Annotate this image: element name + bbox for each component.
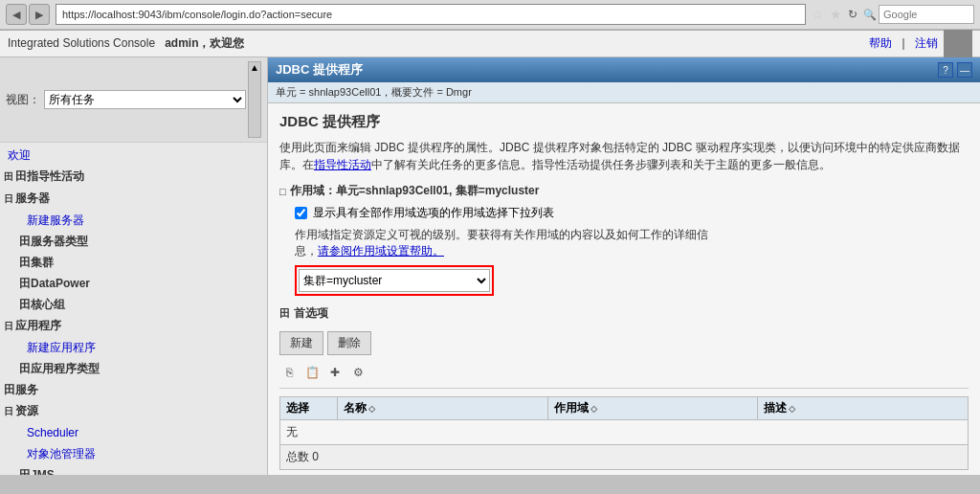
new-button[interactable]: 新建	[279, 331, 323, 355]
paste-icon[interactable]: 📋	[302, 363, 322, 382]
avatar	[944, 30, 972, 58]
delete-button[interactable]: 删除	[327, 331, 371, 355]
col-name: 名称 ◇	[338, 397, 548, 419]
sidebar-item-jms[interactable]: 田JMS	[15, 464, 267, 475]
sidebar-item-guided-activities[interactable]: 田田指导性活动	[0, 166, 267, 188]
welcome-link[interactable]: 欢迎	[8, 148, 31, 162]
table-header: 选择 名称 ◇ 作用域 ◇ 描述 ◇	[279, 396, 969, 420]
table-empty-row: 无	[279, 420, 969, 445]
sidebar-item-core-groups[interactable]: 田核心组	[15, 294, 267, 315]
cluster-select[interactable]: 集群=mycluster	[299, 269, 490, 292]
sidebar-item-servers[interactable]: 日服务器	[0, 188, 267, 210]
checkbox-row: 显示具有全部作用域选项的作用域选择下拉列表	[295, 205, 969, 221]
admin-text: admin，欢迎您	[165, 36, 244, 50]
new-server-link[interactable]: 新建服务器	[27, 213, 84, 227]
app-title: Integrated Solutions Console admin，欢迎您	[8, 36, 244, 50]
app-title-text: Integrated Solutions Console	[8, 36, 155, 50]
browser-toolbar: ◀ ▶ ☆ ★ ↻ 🔍	[0, 0, 980, 30]
new-app-link[interactable]: 新建应用程序	[27, 341, 96, 354]
sidebar-item-services[interactable]: 田服务	[0, 379, 267, 400]
sidebar-item-scheduler[interactable]: Scheduler	[15, 422, 267, 443]
header-right: 帮助 ｜ 注销	[869, 30, 972, 58]
view-select[interactable]: 所有任务	[44, 90, 246, 109]
checkbox-label: 显示具有全部作用域选项的作用域选择下拉列表	[313, 205, 554, 221]
toolbar-icons: ⎘ 📋 ✚ ⚙	[279, 363, 969, 389]
browser-chrome: ◀ ▶ ☆ ★ ↻ 🔍	[0, 0, 980, 31]
sidebar-item-resources[interactable]: 日资源	[0, 400, 267, 422]
action-buttons: 新建 删除	[279, 331, 969, 355]
question-button[interactable]: ?	[938, 62, 953, 78]
sidebar-item-server-types[interactable]: 田服务器类型	[15, 231, 267, 252]
content-header: JDBC 提供程序 ? —	[268, 57, 980, 82]
sidebar-item-applications[interactable]: 日应用程序	[0, 315, 267, 337]
sidebar-item-clusters[interactable]: 田集群	[15, 252, 267, 273]
scheduler-link[interactable]: Scheduler	[27, 426, 78, 439]
app-title-area: Integrated Solutions Console admin，欢迎您	[8, 35, 244, 52]
address-bar[interactable]	[56, 4, 806, 25]
cluster-dropdown-container: 集群=mycluster	[295, 265, 969, 296]
sidebar-item-new-server[interactable]: 新建服务器	[15, 210, 267, 231]
scope-section: □ 作用域：单元=shnlap93Cell01, 集群=mycluster 显示…	[279, 183, 969, 296]
sidebar-nav: 欢迎 田田指导性活动 日服务器 新建服务器 田服务器类型 田集群 田DataP	[0, 143, 267, 475]
back-button[interactable]: ◀	[6, 4, 27, 25]
content-body: JDBC 提供程序 使用此页面来编辑 JDBC 提供程序的属性。JDBC 提供程…	[268, 103, 980, 475]
table-area: 选择 名称 ◇ 作用域 ◇ 描述 ◇ 无 总数 0	[279, 396, 969, 470]
scope-section-header[interactable]: □ 作用域：单元=shnlap93Cell01, 集群=mycluster	[279, 183, 969, 199]
guided-activities-link[interactable]: 指导性活动	[314, 158, 371, 171]
add-icon[interactable]: ✚	[325, 363, 345, 382]
sidebar-scroll-up[interactable]: ▲	[248, 61, 261, 138]
col-desc: 描述 ◇	[758, 397, 968, 419]
nav-buttons: ◀ ▶	[6, 4, 50, 25]
copy-icon[interactable]: ⎘	[279, 363, 299, 382]
preferences-toggle-icon: 田	[279, 306, 290, 321]
star2-icon[interactable]: ★	[830, 7, 842, 22]
help-link[interactable]: 帮助	[869, 35, 892, 52]
sidebar: 视图： 所有任务 ▲ 欢迎 田田指导性活动 日服务器 新建服务器 田服务器类型	[0, 57, 268, 475]
resources-sub: Scheduler 对象池管理器 田JMS 日JDBC JDBC 提供程序 数据…	[0, 422, 267, 475]
desc-sort-icon[interactable]: ◇	[789, 404, 795, 414]
google-search-input[interactable]	[879, 5, 974, 24]
sidebar-item-datapower[interactable]: 田DataPower	[15, 273, 267, 294]
servers-sub: 新建服务器 田服务器类型 田集群 田DataPower 田核心组	[0, 210, 267, 315]
sidebar-item-new-app[interactable]: 新建应用程序	[15, 337, 267, 358]
preferences-label: 首选项	[294, 305, 328, 322]
preferences-section-header[interactable]: 田 首选项	[279, 305, 969, 322]
object-pool-link[interactable]: 对象池管理器	[27, 447, 96, 460]
content-area: JDBC 提供程序 ? — 单元 = shnlap93Cell01，概要文件 =…	[268, 57, 980, 475]
google-label: 🔍	[863, 9, 877, 21]
minimize-button[interactable]: —	[957, 62, 972, 78]
name-sort-icon[interactable]: ◇	[368, 404, 375, 414]
scope-help-link[interactable]: 请参阅作用域设置帮助。	[318, 244, 444, 258]
settings-icon[interactable]: ⚙	[348, 363, 368, 382]
page-title: JDBC 提供程序	[279, 113, 969, 131]
forward-button[interactable]: ▶	[29, 4, 50, 25]
refresh-button[interactable]: ↻	[848, 8, 858, 21]
content-header-title: JDBC 提供程序	[276, 61, 363, 79]
col-select: 选择	[280, 397, 338, 419]
sidebar-item-welcome[interactable]: 欢迎	[0, 145, 267, 166]
servers-toggle-icon: 日	[4, 193, 13, 204]
sidebar-item-object-pool[interactable]: 对象池管理器	[15, 443, 267, 464]
preferences-section: 田 首选项	[279, 305, 969, 322]
scope-toggle-icon: □	[279, 186, 286, 197]
applications-sub: 新建应用程序 田应用程序类型	[0, 337, 267, 379]
sidebar-view-row: 视图： 所有任务 ▲	[0, 57, 267, 143]
show-all-scopes-checkbox[interactable]	[295, 207, 307, 219]
col-scope: 作用域 ◇	[548, 397, 759, 419]
sidebar-item-app-types[interactable]: 田应用程序类型	[15, 358, 267, 379]
table-total-row: 总数 0	[279, 445, 969, 470]
scope-description: 作用域指定资源定义可视的级别。要获得有关作用域的内容以及如何工作的详细信 息，请…	[295, 227, 969, 259]
cluster-dropdown-box: 集群=mycluster	[295, 265, 494, 296]
view-label: 视图：	[6, 92, 40, 108]
content-header-actions: ? —	[938, 62, 972, 78]
description: 使用此页面来编辑 JDBC 提供程序的属性。JDBC 提供程序对象包括特定的 J…	[279, 139, 969, 173]
guided-toggle-icon: 田	[4, 171, 13, 182]
app-header: Integrated Solutions Console admin，欢迎您 帮…	[0, 31, 980, 57]
scope-sort-icon[interactable]: ◇	[590, 404, 597, 414]
scope-section-title: 作用域：单元=shnlap93Cell01, 集群=mycluster	[290, 183, 540, 199]
main-layout: 视图： 所有任务 ▲ 欢迎 田田指导性活动 日服务器 新建服务器 田服务器类型	[0, 57, 980, 475]
breadcrumb: 单元 = shnlap93Cell01，概要文件 = Dmgr	[268, 82, 980, 103]
logout-link[interactable]: 注销	[915, 35, 938, 52]
star-icon[interactable]: ☆	[812, 7, 824, 22]
